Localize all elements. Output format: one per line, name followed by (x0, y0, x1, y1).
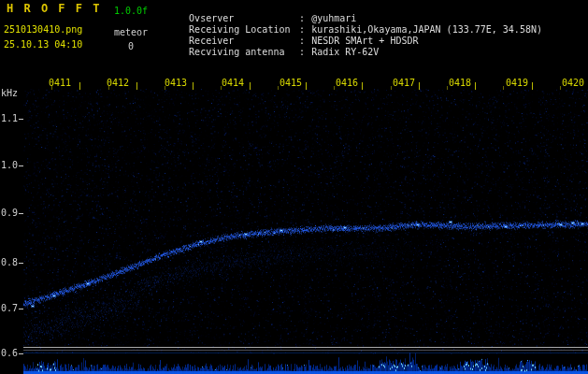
header-row-antenna: Recviving antenna:Radix RY-62V (166, 36, 379, 67)
time-axis-label: 0411 (49, 79, 71, 88)
freq-axis-label: 0.7 (0, 304, 18, 313)
header-value-antenna: Radix RY-62V (311, 47, 379, 57)
meteor-label: meteor (114, 27, 148, 37)
header-label-antenna: Recviving antenna (189, 47, 299, 57)
time-axis-label: 0418 (449, 79, 471, 88)
app-version: 1.0.0f (114, 6, 148, 16)
time-axis-label: 0417 (393, 79, 415, 88)
freq-axis-label: 0.6 (0, 349, 18, 358)
time-axis-label: 0420 (562, 79, 584, 88)
header-colon: : (299, 47, 305, 57)
time-axis-label: 0413 (165, 79, 187, 88)
filename: 2510130410.png (4, 24, 82, 35)
app-title: H R O F F T (7, 4, 101, 14)
time-axis-label: 0416 (336, 79, 358, 88)
meteor-count: 0 (128, 41, 134, 51)
time-axis-label: 0415 (280, 79, 302, 88)
freq-axis-label: 1.0 (0, 161, 18, 170)
time-axis-label: 0419 (506, 79, 528, 88)
time-axis-label: 0414 (222, 79, 244, 88)
time-axis-label: 0412 (107, 79, 129, 88)
freq-axis-label: 0.8 (0, 258, 18, 267)
freq-axis-unit: kHz (1, 89, 18, 98)
timestamp: 25.10.13 04:10 (4, 39, 82, 50)
freq-axis-label: 0.9 (0, 209, 18, 218)
hrofft-screen: H R O F F T 1.0.0f 2510130410.png meteor… (0, 0, 588, 374)
freq-axis-label: 1.1 (0, 114, 18, 123)
